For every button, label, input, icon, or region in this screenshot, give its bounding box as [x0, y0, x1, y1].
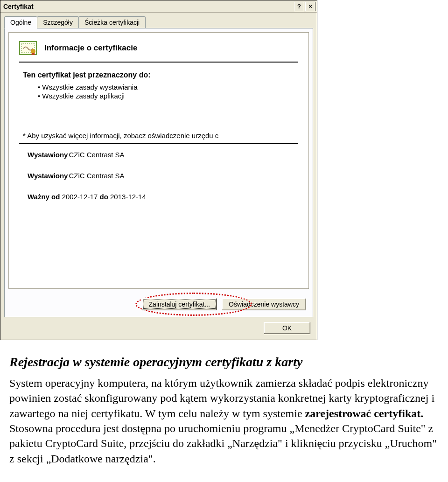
purpose-section: Ten certyfikat jest przeznaczony do: Wsz…	[19, 63, 298, 104]
dialog-title: Certyfikat	[3, 3, 294, 10]
purpose-title: Ten certyfikat jest przeznaczony do:	[23, 71, 294, 79]
valid-from-label: Ważny od	[28, 193, 60, 201]
valid-to-value: 2013-12-14	[110, 193, 146, 201]
purpose-item: Wszystkie zasady wystawiania	[38, 83, 294, 91]
more-info-note: * Aby uzyskać więcej informacji, zobacz …	[19, 104, 298, 143]
tab-content: Informacje o certyfikacie Ten certyfikat…	[4, 28, 313, 317]
issued-by-value: CZiC Centrast SA	[69, 172, 124, 180]
tab-details[interactable]: Szczegóły	[37, 16, 79, 28]
close-button[interactable]: ×	[305, 2, 315, 11]
install-button-wrap: Zainstaluj certyfikat...	[142, 298, 217, 310]
issued-by-row: WystawionyCZiC Centrast SA	[19, 165, 298, 186]
install-certificate-button[interactable]: Zainstaluj certyfikat...	[142, 298, 217, 310]
issued-to-row: WystawionyCZiC Centrast SA	[19, 144, 298, 165]
certificate-dialog: Certyfikat ? × Ogólne Szczegóły Ścieżka …	[0, 0, 317, 340]
dialog-body: Ogólne Szczegóły Ścieżka certyfikacji In…	[0, 13, 317, 340]
ok-row: OK	[4, 317, 313, 336]
validity-row: Ważny od 2002-12-17 do 2013-12-14	[19, 186, 298, 207]
titlebar-buttons: ? ×	[294, 2, 315, 11]
issued-to-label: Wystawiony	[28, 151, 68, 159]
titlebar: Certyfikat ? ×	[0, 0, 317, 13]
article-text: Rejestracja w systemie operacyjnym certy…	[0, 340, 448, 475]
article-body-part: Stosowna procedura jest dostępna po uruc…	[9, 422, 437, 465]
article-body-bold: zarejestrować certyfikat.	[305, 407, 424, 419]
valid-to-label: do	[100, 193, 108, 201]
action-buttons: Zainstaluj certyfikat... Oświadczenie wy…	[8, 289, 309, 313]
article-heading: Rejestracja w systemie operacyjnym certy…	[9, 353, 439, 371]
certificate-panel: Informacje o certyfikacie Ten certyfikat…	[8, 32, 309, 289]
certificate-icon	[19, 41, 37, 55]
tabs: Ogólne Szczegóły Ścieżka certyfikacji	[4, 16, 313, 28]
help-button[interactable]: ?	[294, 2, 304, 11]
article-body: System operacyjny komputera, na którym u…	[9, 376, 439, 466]
tab-certpath[interactable]: Ścieżka certyfikacji	[78, 16, 146, 28]
purpose-item: Wszystkie zasady aplikacji	[38, 92, 294, 100]
issuer-statement-button[interactable]: Oświadczenie wystawcy	[222, 298, 306, 310]
issued-to-value: CZiC Centrast SA	[69, 151, 124, 159]
issued-by-label: Wystawiony	[28, 172, 68, 180]
cert-header: Informacje o certyfikacie	[19, 41, 298, 60]
ok-button[interactable]: OK	[264, 322, 310, 334]
cert-info-label: Informacje o certyfikacie	[44, 43, 137, 53]
tab-general[interactable]: Ogólne	[4, 16, 37, 28]
valid-from-value: 2002-12-17	[62, 193, 98, 201]
purpose-list: Wszystkie zasady wystawiania Wszystkie z…	[23, 83, 294, 100]
